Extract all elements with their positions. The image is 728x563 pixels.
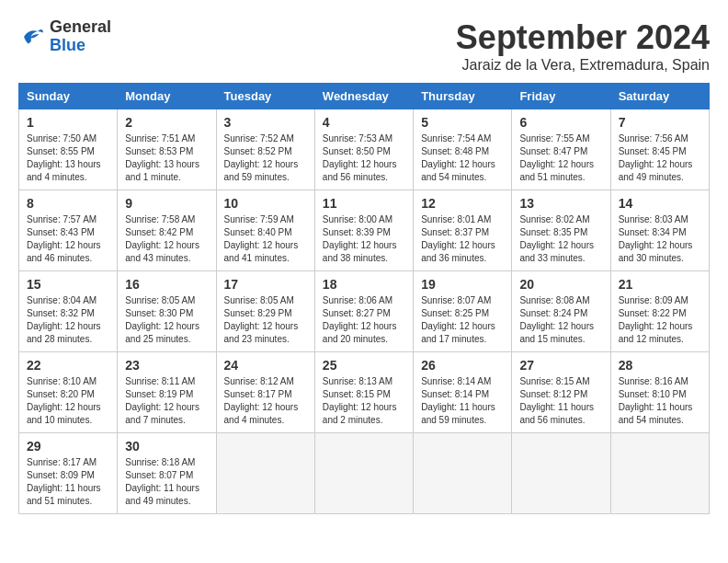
cell-sep8: 8 Sunrise: 7:57 AMSunset: 8:43 PMDayligh… — [19, 190, 118, 271]
day-number: 15 — [27, 277, 109, 292]
day-number: 19 — [421, 277, 504, 292]
cell-sep14: 14 Sunrise: 8:03 AMSunset: 8:34 PMDaylig… — [610, 190, 709, 271]
day-info: Sunrise: 7:57 AMSunset: 8:43 PMDaylight:… — [27, 214, 101, 263]
day-info: Sunrise: 8:03 AMSunset: 8:34 PMDaylight:… — [619, 214, 693, 263]
day-info: Sunrise: 8:07 AMSunset: 8:25 PMDaylight:… — [421, 295, 495, 344]
cell-sep29: 29 Sunrise: 8:17 AMSunset: 8:09 PMDaylig… — [19, 433, 118, 514]
cell-sep16: 16 Sunrise: 8:05 AMSunset: 8:30 PMDaylig… — [118, 271, 216, 352]
header-saturday: Saturday — [610, 84, 709, 109]
day-info: Sunrise: 8:05 AMSunset: 8:29 PMDaylight:… — [224, 295, 299, 344]
day-number: 7 — [619, 115, 701, 130]
cell-sep12: 12 Sunrise: 8:01 AMSunset: 8:37 PMDaylig… — [414, 190, 512, 271]
cell-empty — [216, 433, 314, 514]
day-info: Sunrise: 8:14 AMSunset: 8:14 PMDaylight:… — [421, 376, 495, 425]
day-number: 29 — [27, 439, 109, 454]
cell-sep7: 7 Sunrise: 7:56 AMSunset: 8:45 PMDayligh… — [610, 109, 709, 190]
title-block: September 2024 Jaraiz de la Vera, Extrem… — [456, 18, 710, 74]
day-number: 30 — [125, 439, 208, 454]
day-info: Sunrise: 8:13 AMSunset: 8:15 PMDaylight:… — [323, 376, 397, 425]
day-number: 14 — [619, 196, 701, 211]
cell-sep23: 23 Sunrise: 8:11 AMSunset: 8:19 PMDaylig… — [118, 352, 216, 433]
cell-sep30: 30 Sunrise: 8:18 AMSunset: 8:07 PMDaylig… — [118, 433, 216, 514]
cell-sep19: 19 Sunrise: 8:07 AMSunset: 8:25 PMDaylig… — [414, 271, 512, 352]
day-number: 6 — [519, 115, 602, 130]
header-friday: Friday — [512, 84, 610, 109]
day-info: Sunrise: 7:58 AMSunset: 8:42 PMDaylight:… — [125, 214, 199, 263]
day-number: 4 — [323, 115, 405, 130]
day-info: Sunrise: 7:50 AMSunset: 8:55 PMDaylight:… — [27, 133, 101, 182]
cell-sep5: 5 Sunrise: 7:54 AMSunset: 8:48 PMDayligh… — [414, 109, 512, 190]
day-info: Sunrise: 8:17 AMSunset: 8:09 PMDaylight:… — [27, 457, 101, 506]
day-info: Sunrise: 8:08 AMSunset: 8:24 PMDaylight:… — [519, 295, 594, 344]
day-number: 18 — [323, 277, 405, 292]
day-info: Sunrise: 8:09 AMSunset: 8:22 PMDaylight:… — [619, 295, 693, 344]
logo-line2: Blue — [50, 37, 111, 55]
table-row: 8 Sunrise: 7:57 AMSunset: 8:43 PMDayligh… — [19, 190, 710, 271]
day-info: Sunrise: 8:16 AMSunset: 8:10 PMDaylight:… — [619, 376, 693, 425]
weekday-header-row: Sunday Monday Tuesday Wednesday Thursday… — [19, 84, 710, 109]
header-thursday: Thursday — [414, 84, 512, 109]
day-info: Sunrise: 7:55 AMSunset: 8:47 PMDaylight:… — [519, 133, 594, 182]
day-number: 27 — [519, 358, 602, 373]
day-info: Sunrise: 8:12 AMSunset: 8:17 PMDaylight:… — [224, 376, 299, 425]
table-row: 29 Sunrise: 8:17 AMSunset: 8:09 PMDaylig… — [19, 433, 710, 514]
day-info: Sunrise: 7:56 AMSunset: 8:45 PMDaylight:… — [619, 133, 693, 182]
day-info: Sunrise: 8:04 AMSunset: 8:32 PMDaylight:… — [27, 295, 101, 344]
day-info: Sunrise: 8:01 AMSunset: 8:37 PMDaylight:… — [421, 214, 495, 263]
calendar-table: Sunday Monday Tuesday Wednesday Thursday… — [18, 83, 710, 514]
day-info: Sunrise: 8:18 AMSunset: 8:07 PMDaylight:… — [125, 457, 199, 506]
day-info: Sunrise: 8:02 AMSunset: 8:35 PMDaylight:… — [519, 214, 594, 263]
day-info: Sunrise: 7:51 AMSunset: 8:53 PMDaylight:… — [125, 133, 199, 182]
header-sunday: Sunday — [19, 84, 118, 109]
day-info: Sunrise: 8:11 AMSunset: 8:19 PMDaylight:… — [125, 376, 199, 425]
day-info: Sunrise: 7:52 AMSunset: 8:52 PMDaylight:… — [224, 133, 299, 182]
day-number: 12 — [421, 196, 504, 211]
cell-empty — [314, 433, 413, 514]
day-number: 21 — [619, 277, 701, 292]
day-number: 2 — [125, 115, 208, 130]
cell-sep18: 18 Sunrise: 8:06 AMSunset: 8:27 PMDaylig… — [314, 271, 413, 352]
day-number: 23 — [125, 358, 208, 373]
day-info: Sunrise: 7:54 AMSunset: 8:48 PMDaylight:… — [421, 133, 495, 182]
day-number: 10 — [224, 196, 307, 211]
month-title: September 2024 — [456, 18, 710, 57]
day-number: 8 — [27, 196, 109, 211]
location-title: Jaraiz de la Vera, Extremadura, Spain — [456, 57, 710, 74]
day-number: 26 — [421, 358, 504, 373]
day-info: Sunrise: 7:59 AMSunset: 8:40 PMDaylight:… — [224, 214, 299, 263]
day-number: 22 — [27, 358, 109, 373]
header-wednesday: Wednesday — [314, 84, 413, 109]
day-number: 13 — [519, 196, 602, 211]
cell-sep3: 3 Sunrise: 7:52 AMSunset: 8:52 PMDayligh… — [216, 109, 314, 190]
cell-sep22: 22 Sunrise: 8:10 AMSunset: 8:20 PMDaylig… — [19, 352, 118, 433]
header-monday: Monday — [118, 84, 216, 109]
cell-sep2: 2 Sunrise: 7:51 AMSunset: 8:53 PMDayligh… — [118, 109, 216, 190]
cell-sep28: 28 Sunrise: 8:16 AMSunset: 8:10 PMDaylig… — [610, 352, 709, 433]
day-number: 5 — [421, 115, 504, 130]
cell-empty — [610, 433, 709, 514]
cell-sep15: 15 Sunrise: 8:04 AMSunset: 8:32 PMDaylig… — [19, 271, 118, 352]
day-number: 17 — [224, 277, 307, 292]
cell-sep6: 6 Sunrise: 7:55 AMSunset: 8:47 PMDayligh… — [512, 109, 610, 190]
cell-sep27: 27 Sunrise: 8:15 AMSunset: 8:12 PMDaylig… — [512, 352, 610, 433]
page-header: General Blue September 2024 Jaraiz de la… — [18, 18, 710, 74]
cell-empty — [414, 433, 512, 514]
table-row: 22 Sunrise: 8:10 AMSunset: 8:20 PMDaylig… — [19, 352, 710, 433]
table-row: 15 Sunrise: 8:04 AMSunset: 8:32 PMDaylig… — [19, 271, 710, 352]
cell-sep20: 20 Sunrise: 8:08 AMSunset: 8:24 PMDaylig… — [512, 271, 610, 352]
cell-sep13: 13 Sunrise: 8:02 AMSunset: 8:35 PMDaylig… — [512, 190, 610, 271]
day-number: 25 — [323, 358, 405, 373]
day-info: Sunrise: 8:10 AMSunset: 8:20 PMDaylight:… — [27, 376, 101, 425]
cell-sep9: 9 Sunrise: 7:58 AMSunset: 8:42 PMDayligh… — [118, 190, 216, 271]
cell-sep26: 26 Sunrise: 8:14 AMSunset: 8:14 PMDaylig… — [414, 352, 512, 433]
cell-sep24: 24 Sunrise: 8:12 AMSunset: 8:17 PMDaylig… — [216, 352, 314, 433]
logo-text-block: General Blue — [50, 18, 111, 55]
table-row: 1 Sunrise: 7:50 AMSunset: 8:55 PMDayligh… — [19, 109, 710, 190]
cell-sep17: 17 Sunrise: 8:05 AMSunset: 8:29 PMDaylig… — [216, 271, 314, 352]
cell-sep10: 10 Sunrise: 7:59 AMSunset: 8:40 PMDaylig… — [216, 190, 314, 271]
cell-sep25: 25 Sunrise: 8:13 AMSunset: 8:15 PMDaylig… — [314, 352, 413, 433]
day-number: 9 — [125, 196, 208, 211]
logo: General Blue — [18, 18, 111, 55]
day-number: 3 — [224, 115, 307, 130]
day-number: 16 — [125, 277, 208, 292]
